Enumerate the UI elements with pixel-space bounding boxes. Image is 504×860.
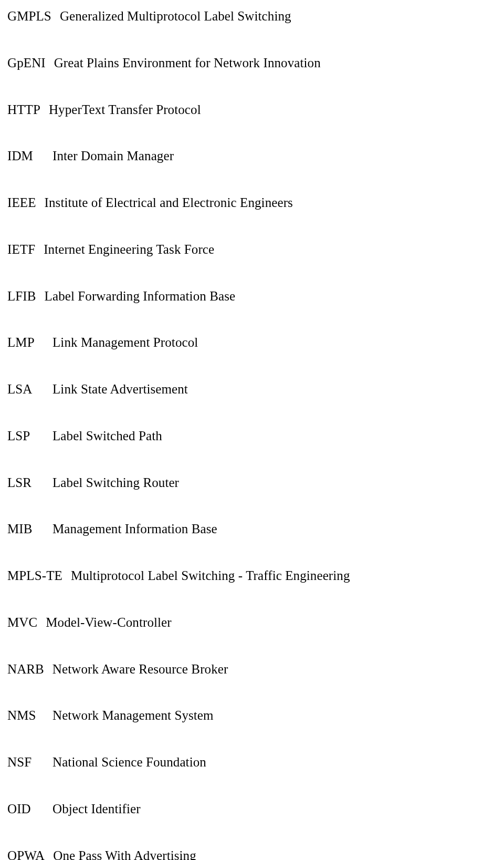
abbr: GMPLS — [7, 7, 51, 25]
definition: Label Switched Path — [52, 427, 504, 445]
definition: Management Information Base — [52, 520, 504, 538]
glossary-entry: LMP Link Management Protocol — [7, 334, 504, 351]
definition: HyperText Transfer Protocol — [49, 101, 504, 119]
glossary-entry: OID Object Identifier — [7, 800, 504, 818]
glossary-entry: LSR Label Switching Router — [7, 474, 504, 492]
glossary-entry: MIB Management Information Base — [7, 520, 504, 538]
abbr: LSP — [7, 427, 44, 445]
abbr: MPLS-TE — [7, 567, 62, 585]
definition: Multiprotocol Label Switching - Traffic … — [71, 567, 504, 585]
definition: Link State Advertisement — [52, 380, 504, 398]
glossary-entry: GpENI Great Plains Environment for Netwo… — [7, 54, 504, 72]
abbr: LMP — [7, 334, 44, 351]
glossary-entry: IDM Inter Domain Manager — [7, 147, 504, 165]
abbr: NARB — [7, 660, 44, 678]
definition: National Science Foundation — [52, 753, 504, 771]
abbr: NMS — [7, 707, 44, 724]
abbr: IETF — [7, 241, 35, 258]
glossary-entry: IEEE Institute of Electrical and Electro… — [7, 194, 504, 212]
glossary-entry: LFIB Label Forwarding Information Base — [7, 287, 504, 305]
abbr: NSF — [7, 753, 44, 771]
definition: Network Management System — [52, 707, 504, 724]
abbr: OID — [7, 800, 44, 818]
abbr: LFIB — [7, 287, 36, 305]
glossary-entry: NMS Network Management System — [7, 707, 504, 724]
abbr: MVC — [7, 614, 37, 631]
glossary-entry: NARB Network Aware Resource Broker — [7, 660, 504, 678]
abbr: LSR — [7, 474, 44, 492]
glossary-entry: MPLS-TE Multiprotocol Label Switching - … — [7, 567, 504, 585]
definition: Label Switching Router — [52, 474, 504, 492]
abbr: IEEE — [7, 194, 36, 212]
definition: Institute of Electrical and Electronic E… — [45, 194, 504, 212]
definition: One Pass With Advertising — [53, 847, 504, 861]
definition: Object Identifier — [52, 800, 504, 818]
definition: Model-View-Controller — [46, 614, 504, 631]
definition: Internet Engineering Task Force — [44, 241, 504, 258]
glossary-entry: GMPLS Generalized Multiprotocol Label Sw… — [7, 7, 504, 25]
abbr: MIB — [7, 520, 44, 538]
glossary-entry: LSP Label Switched Path — [7, 427, 504, 445]
definition: Link Management Protocol — [52, 334, 504, 351]
glossary-entry: IETF Internet Engineering Task Force — [7, 241, 504, 258]
abbr: GpENI — [7, 54, 46, 72]
glossary-entry: OPWA One Pass With Advertising — [7, 847, 504, 861]
abbr: LSA — [7, 380, 44, 398]
abbr: HTTP — [7, 101, 40, 119]
definition: Generalized Multiprotocol Label Switchin… — [60, 7, 504, 25]
glossary-entry: HTTP HyperText Transfer Protocol — [7, 101, 504, 119]
definition: Label Forwarding Information Base — [45, 287, 504, 305]
glossary-entry: MVC Model-View-Controller — [7, 614, 504, 631]
definition: Network Aware Resource Broker — [52, 660, 504, 678]
glossary-entry: NSF National Science Foundation — [7, 753, 504, 771]
definition: Great Plains Environment for Network Inn… — [54, 54, 504, 72]
abbr: IDM — [7, 147, 44, 165]
glossary-entry: LSA Link State Advertisement — [7, 380, 504, 398]
definition: Inter Domain Manager — [52, 147, 504, 165]
abbr: OPWA — [7, 847, 45, 861]
glossary-page: GMPLS Generalized Multiprotocol Label Sw… — [0, 0, 504, 860]
